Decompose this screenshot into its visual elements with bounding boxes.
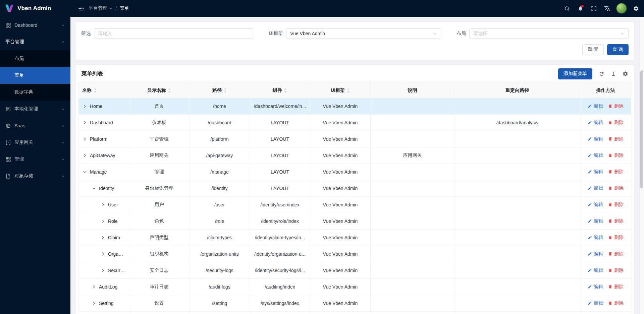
row-name: Setting	[99, 301, 114, 306]
delete-button[interactable]: 删除	[608, 202, 624, 208]
edit-button[interactable]: 编辑	[588, 120, 603, 126]
localization-icon	[5, 106, 11, 112]
delete-button[interactable]: 删除	[608, 152, 624, 159]
sidebar-item-api-gateway[interactable]: 应用网关	[0, 134, 70, 151]
notification-bell-icon[interactable]	[574, 2, 586, 14]
expand-row-icon[interactable]	[92, 285, 96, 290]
table-row[interactable]: Platform平台管理/platformLAYOUTVue Vben Admi…	[79, 131, 631, 147]
sidebar-item-management[interactable]: 管理	[0, 151, 70, 168]
expand-row-icon[interactable]	[83, 153, 87, 159]
filter-input[interactable]	[94, 28, 253, 39]
table-row[interactable]: User用户/user/identity/user/indexVue Vben …	[79, 197, 631, 213]
expand-row-icon[interactable]	[101, 235, 105, 241]
reset-button[interactable]: 重 置	[582, 44, 604, 55]
column-header-framework[interactable]: UI框架	[310, 83, 371, 98]
table-row[interactable]: Setting设置/setting/sys/settings/indexVue …	[79, 295, 631, 312]
sort-icon[interactable]	[94, 88, 97, 93]
edit-button[interactable]: 编辑	[588, 218, 603, 224]
expand-row-icon[interactable]	[92, 301, 96, 306]
scrollbar-thumb[interactable]	[640, 70, 643, 188]
expand-row-icon[interactable]	[101, 252, 105, 257]
sidebar-item-platform-management[interactable]: 平台管理	[0, 34, 70, 50]
delete-button[interactable]: 删除	[608, 103, 624, 109]
edit-button[interactable]: 编辑	[588, 152, 603, 159]
column-header-component[interactable]: 组件	[250, 83, 310, 98]
delete-button[interactable]: 删除	[608, 284, 624, 290]
edit-button[interactable]: 编辑	[588, 300, 603, 306]
sidebar-item-dashboard[interactable]: Dashboard	[0, 17, 70, 34]
add-menu-button[interactable]: 添加新菜单	[558, 68, 592, 79]
column-settings-gear-icon[interactable]	[623, 71, 628, 77]
logo[interactable]: Vben Admin	[0, 0, 70, 17]
delete-button[interactable]: 删除	[608, 218, 624, 224]
cell-description: 应用网关	[371, 147, 454, 164]
delete-button[interactable]: 删除	[608, 136, 624, 142]
edit-button[interactable]: 编辑	[588, 185, 603, 191]
edit-button[interactable]: 编辑	[588, 235, 603, 241]
sidebar-item-saas[interactable]: Saas	[0, 117, 70, 134]
sidebar-item-data-dictionary[interactable]: 数据字典	[0, 84, 70, 101]
sidebar-item-localization[interactable]: 本地化管理	[0, 101, 70, 117]
sort-icon[interactable]	[284, 88, 287, 93]
column-header-display-name[interactable]: 显示名称	[129, 83, 190, 98]
table-row[interactable]: Dashboard仪表板/dashboardLAYOUTVue Vben Adm…	[79, 115, 631, 131]
table-row[interactable]: Identity身份标识管理/identityLAYOUTVue Vben Ad…	[79, 180, 631, 197]
expand-row-icon[interactable]	[101, 202, 105, 208]
column-header-path[interactable]: 路径	[190, 83, 250, 98]
chevron-down-icon	[61, 158, 65, 161]
cell-display-name: 应用网关	[129, 147, 190, 164]
layout-select[interactable]: 请选择	[469, 28, 629, 39]
delete-button[interactable]: 删除	[608, 300, 624, 306]
framework-select[interactable]: Vue Vben Admin	[286, 28, 441, 39]
sidebar-fold-icon[interactable]	[76, 3, 86, 13]
expand-row-icon[interactable]	[83, 104, 87, 109]
expand-row-icon[interactable]	[83, 137, 87, 142]
settings-gear-icon[interactable]	[630, 2, 642, 14]
expand-row-icon[interactable]	[83, 120, 87, 126]
sort-icon[interactable]	[224, 88, 227, 93]
table-row[interactable]: Claim声明类型/claim-types/identity/claim-typ…	[79, 230, 631, 246]
query-button[interactable]: 查 询	[607, 44, 629, 55]
table-row[interactable]: Organiz...组织机构/organization-units/identi…	[79, 246, 631, 262]
expand-row-icon[interactable]	[101, 268, 105, 273]
delete-button[interactable]: 删除	[608, 185, 624, 191]
collapse-row-icon[interactable]	[92, 186, 96, 191]
sort-icon[interactable]	[347, 88, 350, 93]
breadcrumb-platform[interactable]: 平台管理	[89, 5, 112, 11]
user-avatar[interactable]	[616, 3, 627, 13]
edit-button[interactable]: 编辑	[588, 251, 603, 257]
collapse-row-icon[interactable]	[83, 170, 87, 175]
delete-button[interactable]: 删除	[608, 235, 624, 241]
vertical-scrollbar[interactable]	[639, 17, 644, 314]
expand-row-icon[interactable]	[101, 219, 105, 224]
column-header-name[interactable]: 名称	[79, 83, 129, 98]
fullscreen-icon[interactable]	[588, 2, 600, 14]
search-icon[interactable]	[561, 2, 573, 14]
table-row[interactable]: Home首页/home/dashboard/welcome/in...Vue V…	[79, 98, 631, 115]
edit-button[interactable]: 编辑	[588, 136, 603, 142]
sort-icon[interactable]	[168, 88, 171, 93]
row-height-icon[interactable]	[611, 71, 616, 76]
cell-redirect	[454, 164, 580, 180]
chevron-down-icon	[433, 32, 437, 36]
delete-button[interactable]: 删除	[608, 251, 624, 257]
sidebar-item-object-storage[interactable]: 对象存储	[0, 168, 70, 184]
table-row[interactable]: Role角色/role/identity/role/indexVue Vben …	[79, 213, 631, 230]
refresh-icon[interactable]	[599, 71, 604, 77]
table-row[interactable]: ApiGateway应用网关/api-gatewayLAYOUTVue Vben…	[79, 147, 631, 164]
table-row[interactable]: Security...安全日志/security-logs/identity/s…	[79, 262, 631, 279]
edit-button[interactable]: 编辑	[588, 284, 603, 290]
edit-button[interactable]: 编辑	[588, 103, 603, 109]
delete-button[interactable]: 删除	[608, 120, 624, 126]
delete-button[interactable]: 删除	[608, 169, 624, 175]
table-row[interactable]: Manage管理/manageLAYOUTVue Vben Admin编辑删除	[79, 164, 631, 180]
sidebar-item-layout[interactable]: 布局	[0, 50, 70, 67]
edit-button[interactable]: 编辑	[588, 267, 603, 273]
edit-button[interactable]: 编辑	[588, 202, 603, 208]
sidebar-item-menu[interactable]: 菜单	[0, 67, 70, 84]
edit-button[interactable]: 编辑	[588, 169, 603, 175]
table-row[interactable]: AuditLog审计日志/audit-logs/auditing/indexVu…	[79, 279, 631, 295]
delete-button[interactable]: 删除	[608, 267, 624, 273]
cell-redirect	[454, 180, 580, 197]
translate-icon[interactable]	[601, 2, 613, 14]
